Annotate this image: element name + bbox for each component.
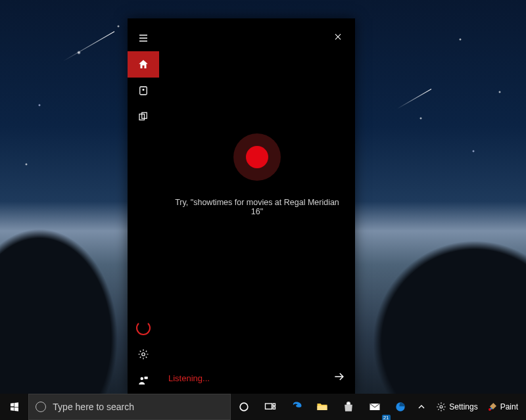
desktop-wallpaper: Try, "showtimes for movies at Regal Meri… (0, 0, 526, 420)
collections-icon (137, 111, 149, 123)
cortana-circle-icon (237, 400, 251, 413)
wallpaper-meteor (63, 32, 114, 62)
edge-dev-icon (394, 400, 407, 413)
store-taskbar-button[interactable] (335, 394, 362, 420)
cortana-sidebar (128, 18, 159, 394)
submit-button[interactable] (333, 370, 346, 386)
svg-point-7 (240, 403, 248, 411)
tray-settings-button[interactable]: Settings (433, 394, 480, 420)
store-icon (342, 400, 355, 413)
feedback-button[interactable] (128, 367, 159, 394)
svg-point-4 (142, 353, 145, 356)
cortana-panel: Try, "showtimes for movies at Regal Meri… (128, 18, 355, 394)
start-button[interactable] (0, 394, 28, 420)
listening-status: Listening... (168, 373, 210, 383)
home-icon (137, 58, 149, 70)
svg-rect-10 (273, 407, 275, 409)
close-icon (333, 32, 343, 41)
task-view-button[interactable] (257, 394, 283, 420)
edge-dev-taskbar-button[interactable] (388, 394, 414, 420)
tray-paint-button[interactable]: Paint (485, 394, 521, 420)
search-circle-icon (36, 402, 46, 412)
svg-point-14 (440, 406, 442, 408)
gear-icon (137, 348, 149, 360)
windows-icon (9, 402, 20, 412)
taskbar-search[interactable]: Type here to search (28, 394, 231, 420)
search-placeholder: Type here to search (53, 402, 134, 412)
mail-icon (368, 400, 381, 413)
svg-rect-11 (318, 406, 327, 410)
svg-rect-6 (145, 377, 148, 379)
tray-settings-label: Settings (449, 402, 477, 411)
taskbar: Type here to search 21 (0, 394, 526, 420)
tray-paint-label: Paint (500, 402, 518, 411)
wallpaper-rocks (355, 223, 526, 394)
cortana-ring-icon (136, 321, 151, 335)
home-button[interactable] (128, 51, 159, 78)
tray-chevron-button[interactable] (414, 394, 429, 420)
cortana-orb-core (246, 146, 268, 168)
mail-taskbar-button[interactable]: 21 (362, 394, 388, 420)
svg-point-1 (143, 89, 145, 91)
settings-button[interactable] (128, 341, 159, 367)
cortana-status-bar: Listening... (168, 370, 346, 386)
close-button[interactable] (326, 25, 350, 49)
paint-icon (487, 402, 498, 412)
mail-badge-count: 21 (382, 415, 391, 420)
svg-point-16 (490, 408, 492, 409)
system-tray: Settings Paint (414, 394, 526, 420)
gear-icon (436, 402, 446, 412)
folder-icon (316, 400, 329, 413)
collections-button[interactable] (128, 104, 159, 130)
task-view-icon (264, 400, 277, 413)
svg-rect-9 (273, 404, 275, 406)
wallpaper-rocks (0, 210, 132, 394)
cortana-ring-button[interactable] (128, 315, 159, 341)
notebook-icon (137, 85, 149, 97)
wallpaper-meteor (397, 89, 431, 109)
cortana-suggestion-text: Try, "showtimes for movies at Regal Meri… (159, 198, 355, 216)
arrow-right-icon (333, 370, 346, 383)
file-explorer-taskbar-button[interactable] (309, 394, 335, 420)
svg-point-5 (141, 377, 144, 381)
edge-taskbar-button[interactable] (283, 394, 310, 420)
chevron-up-icon (416, 402, 427, 412)
svg-rect-8 (265, 404, 272, 409)
cortana-orb-area: Try, "showtimes for movies at Regal Meri… (159, 133, 355, 216)
notebook-button[interactable] (128, 78, 159, 104)
menu-button[interactable] (128, 25, 159, 51)
cortana-taskbar-button[interactable] (231, 394, 257, 420)
cortana-main: Try, "showtimes for movies at Regal Meri… (159, 18, 355, 394)
edge-icon (290, 400, 303, 413)
hamburger-icon (137, 32, 149, 44)
cortana-orb[interactable] (233, 133, 281, 181)
person-feedback-icon (137, 375, 149, 386)
